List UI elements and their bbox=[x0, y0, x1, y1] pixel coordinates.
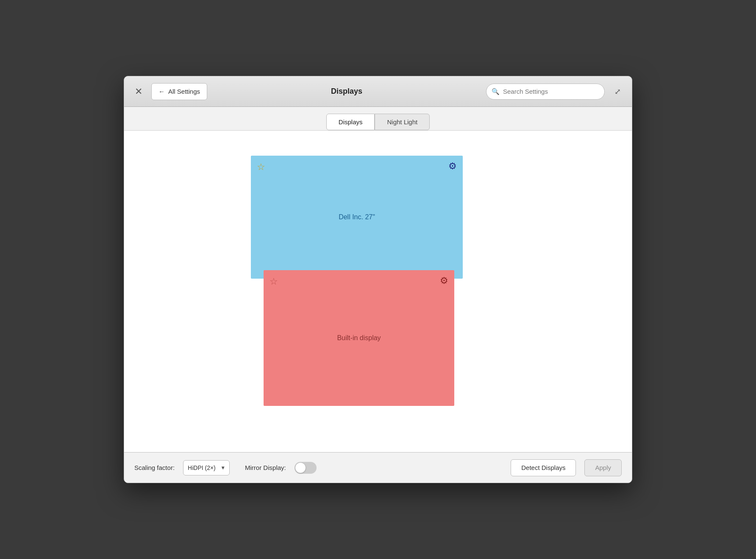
scaling-select[interactable]: HiDPI (2×) 1× 1.5× 2× 3× bbox=[183, 460, 230, 475]
main-area: ☆ ⚙ Dell Inc. 27" ☆ ⚙ Built-in display bbox=[124, 131, 632, 452]
displays-canvas: ☆ ⚙ Dell Inc. 27" ☆ ⚙ Built-in display bbox=[251, 156, 505, 427]
expand-icon: ⤢ bbox=[614, 87, 621, 96]
builtin-gear-icon[interactable]: ⚙ bbox=[440, 275, 448, 286]
toggle-knob bbox=[295, 463, 306, 473]
expand-button[interactable]: ⤢ bbox=[610, 84, 625, 99]
dell-monitor[interactable]: ☆ ⚙ Dell Inc. 27" bbox=[251, 156, 463, 279]
mirror-display-toggle[interactable] bbox=[295, 462, 317, 474]
all-settings-button[interactable]: ← All Settings bbox=[151, 83, 207, 100]
dell-gear-icon[interactable]: ⚙ bbox=[448, 161, 457, 172]
search-input[interactable] bbox=[503, 88, 599, 95]
builtin-monitor[interactable]: ☆ ⚙ Built-in display bbox=[264, 270, 454, 406]
dell-star-icon[interactable]: ☆ bbox=[257, 162, 265, 173]
back-arrow-icon: ← bbox=[158, 88, 165, 95]
titlebar: ✕ ← All Settings Displays 🔍 ⤢ bbox=[124, 76, 632, 107]
apply-button[interactable]: Apply bbox=[584, 459, 622, 476]
builtin-monitor-label: Built-in display bbox=[337, 334, 381, 342]
tabbar: Displays Night Light bbox=[124, 107, 632, 131]
close-button[interactable]: ✕ bbox=[131, 84, 146, 99]
tab-displays[interactable]: Displays bbox=[326, 114, 375, 130]
settings-window: ✕ ← All Settings Displays 🔍 ⤢ Displays N… bbox=[124, 76, 632, 483]
dell-monitor-label: Dell Inc. 27" bbox=[339, 213, 375, 221]
bottombar: Scaling factor: HiDPI (2×) 1× 1.5× 2× 3×… bbox=[124, 452, 632, 483]
tab-night-light[interactable]: Night Light bbox=[375, 114, 430, 130]
close-icon: ✕ bbox=[135, 86, 142, 97]
scaling-factor-label: Scaling factor: bbox=[134, 464, 175, 471]
mirror-display-label: Mirror Display: bbox=[245, 464, 286, 471]
search-box[interactable]: 🔍 bbox=[486, 84, 605, 100]
builtin-star-icon[interactable]: ☆ bbox=[270, 276, 278, 287]
detect-displays-button[interactable]: Detect Displays bbox=[511, 459, 576, 476]
all-settings-label: All Settings bbox=[168, 88, 200, 95]
window-title: Displays bbox=[212, 87, 481, 96]
search-icon: 🔍 bbox=[492, 88, 500, 95]
scaling-wrapper: HiDPI (2×) 1× 1.5× 2× 3× ▼ bbox=[183, 460, 230, 475]
